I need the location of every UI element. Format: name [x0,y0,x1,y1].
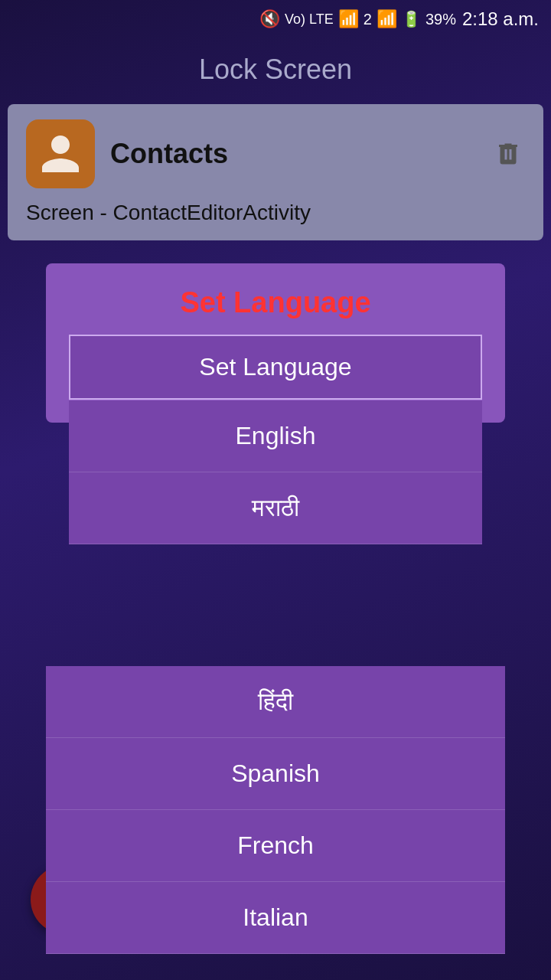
language-dropdown[interactable]: Set Language English मराठी [69,335,482,400]
delete-icon[interactable] [491,137,525,171]
language-option-spanish[interactable]: Spanish [46,738,505,810]
wifi-icon: 📶 [338,9,359,29]
language-option-italian[interactable]: Italian [46,882,505,954]
language-title-area: Set Language [46,263,505,335]
language-option-english[interactable]: English [69,400,482,472]
language-option-marathi[interactable]: मराठी [69,472,482,544]
mute-icon: 🔇 [259,9,280,29]
network-icon: 📶 [377,9,397,29]
status-bar: 🔇 Vo) LTE 📶 2 📶 🔋 39% 2:18 a.m. [0,0,551,38]
contacts-card: Contacts Screen - ContactEditorActivity [8,104,543,240]
status-time: 2:18 a.m. [462,8,539,30]
battery-icon: 🔋 [402,10,421,28]
language-option-french[interactable]: French [46,810,505,882]
language-dialog: Set Language Set Language English मराठी [46,263,505,423]
contacts-app-icon [26,119,95,188]
contacts-left: Contacts [26,119,228,188]
status-icons: 🔇 Vo) LTE 📶 2 📶 🔋 39% [259,9,456,29]
dropdown-selected-label[interactable]: Set Language [69,335,482,400]
dropdown-list: English मराठी [69,400,482,544]
battery-percent: 39% [425,11,456,28]
notification-icon: 2 [364,11,372,28]
language-option-hindi[interactable]: हिंदी [46,666,505,738]
extended-dropdown-list: हिंदी Spanish French Italian [46,666,505,954]
contacts-app-name: Contacts [110,138,228,170]
screen-activity-text: Screen - ContactEditorActivity [26,201,525,225]
screen-title: Lock Screen [0,38,551,104]
signal-icon: Vo) LTE [285,11,334,28]
language-title: Set Language [180,286,370,318]
contacts-header: Contacts [26,119,525,188]
